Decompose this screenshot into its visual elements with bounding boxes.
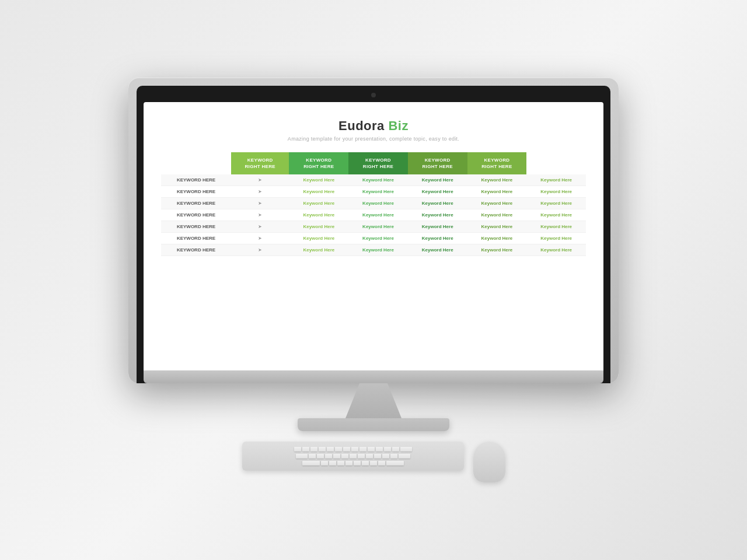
table-cell: Keyword Here (408, 209, 467, 221)
table-cell: Keyword Here (289, 186, 348, 198)
table-cell: Keyword Here (348, 198, 408, 209)
monitor-screen: Eudora Biz Amazing template for your pre… (144, 102, 603, 370)
key (400, 447, 412, 452)
key-spacebar (302, 461, 320, 466)
key (390, 454, 397, 459)
slide-title: Eudora Biz (338, 118, 409, 134)
table-cell: Keyword Here (467, 221, 527, 233)
key (345, 461, 352, 466)
key (341, 454, 348, 459)
col-header-1: KEYWORD RIGHT HERE (231, 152, 289, 174)
row-arrow-icon: ➤ (231, 174, 289, 186)
table-cell: Keyword Here (289, 198, 348, 209)
key (366, 454, 373, 459)
key (374, 454, 381, 459)
monitor-shell: Eudora Biz Amazing template for your pre… (128, 78, 619, 383)
row-arrow-icon: ➤ (231, 186, 289, 198)
key (333, 454, 340, 459)
row-arrow-icon: ➤ (231, 209, 289, 221)
key (358, 454, 365, 459)
monitor-stand-base (298, 418, 449, 431)
table-cell: Keyword Here (526, 221, 586, 233)
table-cell: Keyword Here (526, 198, 586, 209)
key (327, 447, 334, 452)
key (392, 447, 399, 452)
table-cell: Keyword Here (408, 186, 467, 198)
table-cell: Keyword Here (526, 209, 586, 221)
table-row: KEYWORD HERE➤Keyword HereKeyword HereKey… (161, 244, 586, 256)
key (309, 454, 316, 459)
table-cell: Keyword Here (526, 186, 586, 198)
table-cell: Keyword Here (408, 221, 467, 233)
key (343, 447, 350, 452)
key (321, 461, 328, 466)
table-cell: Keyword Here (348, 174, 408, 186)
key (399, 454, 410, 459)
title-green: Biz (388, 118, 409, 133)
camera-dot (371, 93, 376, 97)
key (359, 447, 366, 452)
col-header-5: KEYWORD RIGHT HERE (467, 152, 527, 174)
monitor-chin (144, 370, 603, 383)
table-cell: Keyword Here (467, 233, 527, 244)
key (362, 461, 369, 466)
key (294, 447, 301, 452)
row-label: KEYWORD HERE (161, 186, 231, 198)
key (382, 454, 389, 459)
table-cell: Keyword Here (526, 244, 586, 256)
table-cell: Keyword Here (289, 244, 348, 256)
key (350, 454, 357, 459)
key (319, 447, 326, 452)
table-cell: Keyword Here (408, 244, 467, 256)
row-label: KEYWORD HERE (161, 198, 231, 209)
row-label: KEYWORD HERE (161, 244, 231, 256)
slide-subtitle: Amazing template for your presentation, … (288, 136, 459, 142)
table-cell: Keyword Here (348, 209, 408, 221)
row-arrow-icon: ➤ (231, 221, 289, 233)
table-row-title: WRITE TITLERIGHT HERE (161, 152, 231, 174)
table-row: KEYWORD HERE➤Keyword HereKeyword HereKey… (161, 233, 586, 244)
peripherals-area (242, 431, 505, 482)
table-cell: Keyword Here (467, 244, 527, 256)
row-label: KEYWORD HERE (161, 174, 231, 186)
monitor-bezel: Eudora Biz Amazing template for your pre… (137, 86, 610, 383)
table-cell: Keyword Here (289, 221, 348, 233)
keyboard-row-2 (296, 454, 410, 459)
key (329, 461, 336, 466)
table-cell: Keyword Here (408, 233, 467, 244)
key (384, 447, 391, 452)
table-cell: Keyword Here (408, 198, 467, 209)
key (370, 461, 377, 466)
key (317, 454, 324, 459)
mouse (473, 442, 505, 482)
table-row: KEYWORD HERE➤Keyword HereKeyword HereKey… (161, 221, 586, 233)
table-row: KEYWORD HERE➤Keyword HereKeyword HereKey… (161, 174, 586, 186)
table-cell: Keyword Here (408, 174, 467, 186)
key (310, 447, 317, 452)
keyboard (242, 442, 464, 471)
key (302, 447, 309, 452)
key (335, 447, 342, 452)
table-cell: Keyword Here (526, 174, 586, 186)
row-arrow-icon: ➤ (231, 198, 289, 209)
comparison-table: WRITE TITLERIGHT HERE KEYWORD RIGHT HERE… (161, 152, 586, 256)
key (376, 447, 383, 452)
table-cell: Keyword Here (467, 186, 527, 198)
row-arrow-icon: ➤ (231, 233, 289, 244)
table-cell: Keyword Here (467, 174, 527, 186)
key (378, 461, 385, 466)
key (354, 461, 361, 466)
keyboard-row-3 (302, 461, 404, 466)
key (337, 461, 344, 466)
col-header-2: KEYWORD RIGHT HERE (289, 152, 348, 174)
table-cell: Keyword Here (467, 198, 527, 209)
title-black: Eudora (338, 118, 388, 133)
col-header-4: KEYWORD RIGHT HERE (408, 152, 467, 174)
table-row: KEYWORD HERE➤Keyword HereKeyword HereKey… (161, 209, 586, 221)
row-arrow-icon: ➤ (231, 244, 289, 256)
table-cell: Keyword Here (526, 233, 586, 244)
key (368, 447, 375, 452)
row-label: KEYWORD HERE (161, 209, 231, 221)
table-cell: Keyword Here (467, 209, 527, 221)
table-row: KEYWORD HERE➤Keyword HereKeyword HereKey… (161, 186, 586, 198)
